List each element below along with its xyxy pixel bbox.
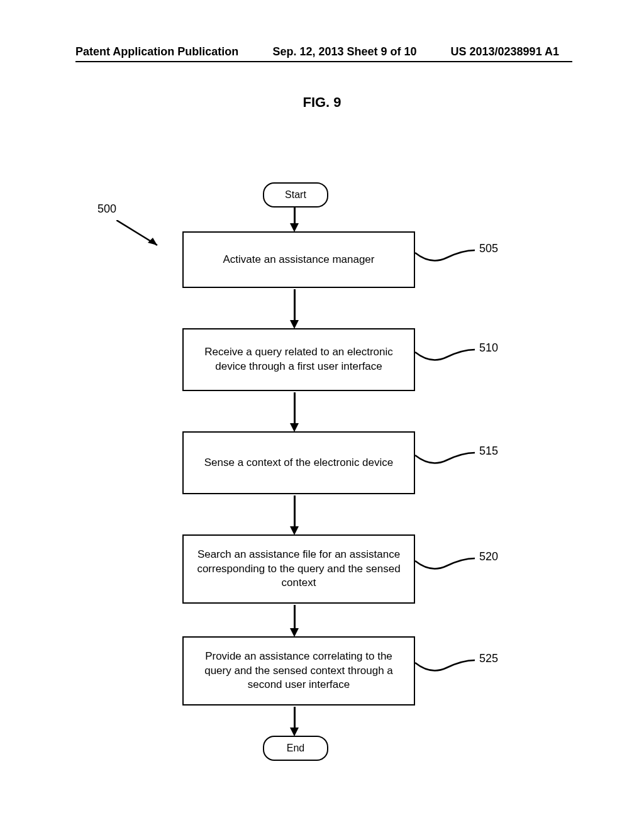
reference-connector [415,448,475,470]
arrowhead-icon [290,320,299,329]
arrow [294,392,296,425]
flowchart-step: Sense a context of the electronic device [182,431,415,494]
arrow [294,289,296,322]
header-right: US 2013/0238991 A1 [451,45,559,58]
reference-number: 525 [479,652,498,665]
svg-marker-1 [148,238,157,245]
reference-number: 510 [479,341,498,355]
header-left: Patent Application Publication [75,45,238,58]
overall-reference-pointer [116,220,167,248]
step-text: Receive a query related to an electronic… [195,345,402,374]
reference-number: 520 [479,550,498,563]
flowchart-step: Provide an assistance correlating to the… [182,636,415,706]
end-label: End [287,743,304,754]
arrowhead-icon [290,526,299,535]
reference-connector [415,245,475,267]
figure-title: FIG. 9 [0,94,644,111]
step-text: Sense a context of the electronic device [204,456,394,470]
flowchart-end: End [263,736,328,761]
reference-connector [415,345,475,367]
step-text: Activate an assistance manager [223,253,375,267]
step-text: Provide an assistance correlating to the… [195,650,402,693]
arrow [294,605,296,630]
arrow [294,707,296,729]
header-divider [75,61,572,62]
flowchart-start: Start [263,182,328,208]
flowchart-step: Activate an assistance manager [182,231,415,288]
arrowhead-icon [290,223,299,232]
flowchart-step: Search an assistance file for an assista… [182,534,415,604]
arrowhead-icon [290,423,299,432]
arrowhead-icon [290,628,299,637]
reference-connector [415,553,475,575]
arrowhead-icon [290,728,299,736]
svg-line-0 [116,220,157,245]
start-label: Start [285,189,306,201]
overall-reference-label: 500 [97,202,116,216]
reference-number: 505 [479,242,498,255]
arrow [294,206,296,225]
header-center: Sep. 12, 2013 Sheet 9 of 10 [272,45,416,58]
arrow [294,495,296,528]
flowchart-step: Receive a query related to an electronic… [182,328,415,391]
step-text: Search an assistance file for an assista… [195,548,402,591]
page-header: Patent Application Publication Sep. 12, … [0,45,644,58]
reference-number: 515 [479,445,498,458]
reference-connector [415,655,475,677]
